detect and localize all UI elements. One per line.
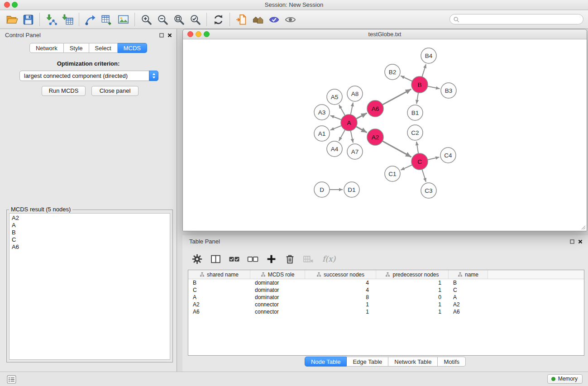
tab-style[interactable]: Style	[64, 43, 89, 53]
node-label: B3	[445, 87, 453, 94]
export-image-icon[interactable]	[115, 12, 131, 27]
column-header-predecessor-nodes[interactable]: predecessor nodes	[376, 270, 449, 279]
result-list-item[interactable]: A	[12, 222, 167, 229]
home-networks-icon[interactable]	[249, 12, 266, 27]
column-header-label: name	[465, 270, 478, 279]
show-columns-icon[interactable]	[207, 251, 224, 267]
node-A7[interactable]: A7	[347, 144, 363, 159]
import-network-icon[interactable]	[43, 12, 59, 27]
node-B4[interactable]: B4	[421, 48, 436, 63]
zoom-out-icon[interactable]	[154, 12, 171, 27]
node-A2[interactable]: A2	[367, 129, 383, 145]
table-cell: 1	[376, 286, 449, 294]
table-cell: A2	[449, 301, 488, 308]
node-C2[interactable]: C2	[407, 125, 423, 140]
tab-mcds[interactable]: MCDS	[118, 43, 147, 53]
node-D[interactable]: D	[314, 182, 330, 197]
table-row[interactable]: Bdominator41B	[188, 279, 584, 286]
zoom-selected-icon[interactable]	[187, 12, 203, 27]
node-A8[interactable]: A8	[347, 86, 363, 101]
import-table-icon[interactable]	[59, 12, 76, 27]
node-label: C3	[425, 187, 432, 194]
table-row[interactable]: A6connector11A6	[188, 308, 584, 315]
float-panel-icon[interactable]	[158, 32, 165, 38]
result-list-item[interactable]: B	[12, 229, 167, 236]
result-list-item[interactable]: A2	[12, 214, 167, 222]
result-list-item[interactable]: A6	[12, 243, 167, 251]
table-header-row: shared nameMCDS rolesuccessor nodesprede…	[188, 270, 584, 279]
close-panel-button[interactable]: Close panel	[91, 86, 139, 96]
table-row[interactable]: Cdominator41C	[188, 286, 584, 294]
memory-button[interactable]: Memory	[547, 374, 583, 384]
table-cell: dominator	[250, 279, 305, 286]
node-C3[interactable]: C3	[421, 183, 436, 198]
refresh-layout-icon[interactable]	[210, 12, 226, 27]
search-input[interactable]	[462, 15, 578, 24]
table-cell: B	[188, 279, 250, 286]
close-table-panel-icon[interactable]	[577, 238, 583, 245]
show-hide-icon[interactable]	[282, 12, 298, 27]
node-label: A5	[331, 94, 339, 100]
column-header-name[interactable]: name	[449, 270, 488, 279]
tab-node-table[interactable]: Node Table	[305, 357, 347, 367]
column-header-mcds-role[interactable]: MCDS role	[250, 270, 305, 279]
add-row-icon[interactable]	[263, 251, 280, 267]
deselect-all-icon[interactable]	[244, 251, 261, 267]
close-panel-icon[interactable]	[166, 32, 173, 38]
node-C4[interactable]: C4	[440, 148, 456, 163]
zoom-in-icon[interactable]	[138, 12, 154, 27]
node-C1[interactable]: C1	[385, 166, 400, 181]
table-cell-filler	[488, 308, 584, 315]
select-all-icon[interactable]	[226, 251, 243, 267]
task-history-icon[interactable]	[5, 375, 17, 384]
tab-select[interactable]: Select	[89, 43, 118, 53]
delete-row-icon[interactable]	[282, 251, 298, 267]
zoom-fit-icon[interactable]	[171, 12, 187, 27]
node-B3[interactable]: B3	[441, 83, 456, 98]
open-session-icon[interactable]	[4, 12, 20, 27]
export-network-icon[interactable]	[82, 12, 99, 27]
network-canvas[interactable]: B4B2BB3A5A8A6B1A3AC2A1A2A4A7C4CC1C3DD1	[183, 40, 587, 231]
node-A3[interactable]: A3	[314, 105, 330, 120]
status-bar: Memory	[0, 372, 588, 386]
node-A6[interactable]: A6	[367, 100, 383, 117]
network-window-title: testGlobe.txt	[183, 31, 587, 38]
column-header-label: predecessor nodes	[392, 270, 439, 279]
node-B[interactable]: B	[411, 76, 428, 93]
export-table-icon[interactable]	[99, 12, 115, 27]
node-B1[interactable]: B1	[407, 105, 423, 120]
tab-network[interactable]: Network	[29, 43, 64, 53]
save-session-icon[interactable]	[20, 12, 36, 27]
node-A[interactable]: A	[341, 114, 357, 131]
tab-motifs[interactable]: Motifs	[438, 357, 466, 367]
criterion-dropdown[interactable]: largest connected component (directed)	[19, 71, 158, 81]
app-window: { "titlebar": { "title": "Session: New S…	[0, 0, 588, 386]
resize-grip[interactable]	[580, 224, 586, 230]
table-toolbar: f(x)	[189, 250, 339, 267]
node-D1[interactable]: D1	[344, 182, 359, 197]
node-label: A8	[351, 91, 359, 97]
node-A5[interactable]: A5	[327, 89, 342, 105]
toolbar-separator	[134, 13, 135, 26]
mcds-result-list: A2ABCA6	[9, 213, 170, 360]
tab-network-table[interactable]: Network Table	[388, 357, 438, 367]
network-graph[interactable]: B4B2BB3A5A8A6B1A3AC2A1A2A4A7C4CC1C3DD1	[183, 40, 587, 231]
run-mcds-button[interactable]: Run MCDS	[42, 86, 86, 96]
node-A4[interactable]: A4	[327, 141, 342, 157]
node-C[interactable]: C	[411, 153, 428, 170]
node-B2[interactable]: B2	[385, 64, 400, 80]
node-A1[interactable]: A1	[314, 126, 330, 141]
dropdown-arrows-icon	[149, 71, 158, 81]
node-label: C2	[411, 129, 419, 136]
table-cell: A	[188, 294, 250, 301]
apply-style-icon[interactable]	[266, 12, 282, 27]
table-row[interactable]: Adominator80A	[188, 294, 584, 301]
tab-edge-table[interactable]: Edge Table	[347, 357, 388, 367]
table-row[interactable]: A2connector11A2	[188, 301, 584, 308]
float-table-panel-icon[interactable]	[569, 238, 575, 245]
first-neighbors-icon[interactable]	[233, 12, 249, 27]
column-header-successor-nodes[interactable]: successor nodes	[305, 270, 376, 279]
result-list-item[interactable]: C	[12, 236, 167, 243]
table-settings-icon[interactable]	[189, 251, 206, 267]
column-header-shared-name[interactable]: shared name	[188, 270, 250, 279]
